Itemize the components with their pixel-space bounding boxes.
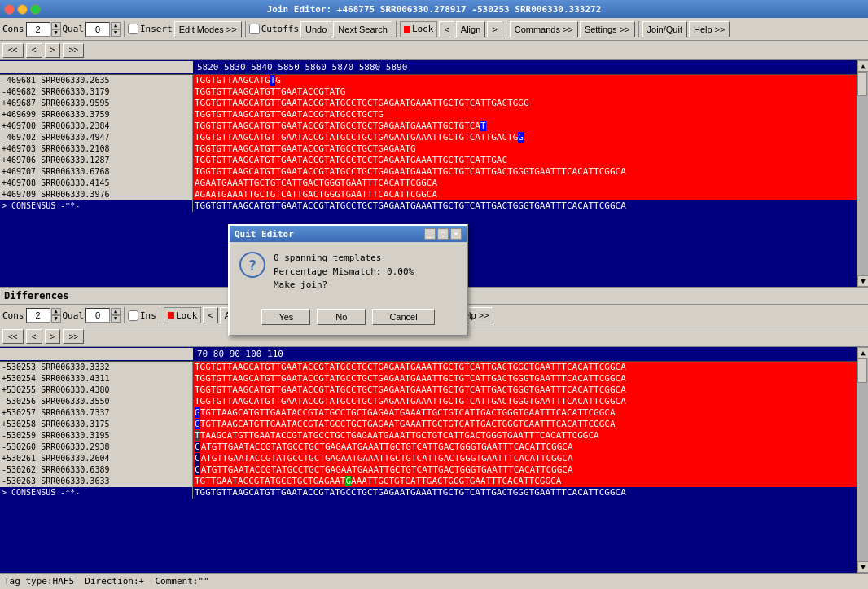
cons-up[interactable]: ▲: [51, 22, 61, 29]
close-button[interactable]: [4, 4, 15, 15]
nav2-next-next[interactable]: >>: [63, 329, 84, 344]
yes-button[interactable]: Yes: [261, 309, 310, 325]
join-quit-button[interactable]: Join/Quit: [642, 21, 687, 37]
seq-data[interactable]: TGGTGTTAAGCATGTTGAATACCGTATGCCTGCTGAGAAT…: [193, 373, 857, 385]
ins2-checkbox[interactable]: [128, 310, 138, 321]
qual-down[interactable]: ▼: [111, 29, 121, 37]
nav-prev[interactable]: <: [26, 43, 42, 58]
cutoffs-checkbox[interactable]: [249, 24, 260, 34]
seq-data[interactable]: TGGTGTTAAGCATGTG: [193, 75, 857, 86]
maximize-button[interactable]: [30, 4, 41, 15]
lock-button[interactable]: Lock: [400, 21, 438, 37]
dialog-maximize-btn[interactable]: □: [437, 228, 449, 240]
cons-down[interactable]: ▼: [51, 29, 61, 37]
seq-data[interactable]: TGGTGTTAAGCATGTTGAATACCGTATGCCTGCTGAGAAT…: [193, 132, 857, 143]
qual2-up[interactable]: ▲: [111, 308, 121, 315]
align-button[interactable]: Align: [456, 21, 485, 37]
dialog-title-buttons: _ □ ×: [424, 228, 462, 240]
scroll2-track[interactable]: [857, 358, 868, 562]
seq-info: -530259 SRR006330.3195: [0, 430, 193, 442]
seq-data[interactable]: CATGTTGAATACCGTATGCCTGCTGAGAATGAAATTGCTG…: [193, 442, 857, 453]
scroll2-up-btn[interactable]: ▲: [857, 347, 868, 358]
right-arrow-button[interactable]: >: [487, 21, 502, 37]
seq-data[interactable]: TTAAGCATGTTGAATACCGTATGCCTGCTGAGAATGAAAT…: [193, 430, 857, 442]
qual-input[interactable]: [85, 22, 110, 37]
help-button[interactable]: Help >>: [689, 21, 730, 37]
settings-button[interactable]: Settings >>: [580, 21, 635, 37]
upper-scrollbar[interactable]: ▲ ▼: [857, 60, 868, 287]
seq-data[interactable]: TGGTGTTAAGCATGTTGAATACCGTATGCCTGCTGAGAAT…: [193, 98, 857, 109]
next-search-button[interactable]: Next Search: [333, 21, 392, 37]
seq-data[interactable]: TGGTGTTAAGCATGTTGAATACCGTATGCCTGCTGAGAAT…: [193, 487, 857, 499]
quit-editor-dialog[interactable]: Quit Editor _ □ × ? 0 spanning templates…: [228, 224, 468, 336]
cons-spinner[interactable]: ▲ ▼: [26, 22, 61, 37]
seq-data[interactable]: TGGTGTTAAGCATGTTGAATACCGTATGCCTGCTGAGAAT…: [193, 396, 857, 407]
cancel-button[interactable]: Cancel: [372, 309, 434, 325]
scroll2-down-btn[interactable]: ▼: [857, 561, 868, 573]
seq-data[interactable]: GTGTTAAGCATGTTGAATACCGTATGCCTGCTGAGAATGA…: [193, 407, 857, 419]
seq-data[interactable]: CATGTTGAATACCGTATGCCTGCTGAGAATGAAATTGCTG…: [193, 453, 857, 464]
qual-up[interactable]: ▲: [111, 22, 121, 29]
no-button[interactable]: No: [317, 309, 366, 325]
left-arrow-button[interactable]: <: [439, 21, 454, 37]
table-row: +530258 SRR006330.3175 GTGTTAAGCATGTTGAA…: [0, 419, 857, 430]
seq-data[interactable]: TGGTGTTAAGCATGTTGAATACCGTATGCCTGCTGAGAAT…: [193, 362, 857, 373]
qual2-down[interactable]: ▼: [111, 315, 121, 323]
scroll-down-btn[interactable]: ▼: [857, 275, 868, 287]
qual2-input[interactable]: [85, 308, 110, 323]
ins2-checkbox-label[interactable]: Ins: [128, 310, 156, 321]
seq-info: +469708 SRR006330.4145: [0, 178, 193, 189]
commands-button[interactable]: Commands >>: [510, 21, 578, 37]
seq-data[interactable]: AGAATGAAATTGCTGTCATTGACTGGGTGAATTTCACATT…: [193, 178, 857, 189]
nav-next-next[interactable]: >>: [63, 43, 84, 58]
lock-icon: [404, 26, 410, 33]
scroll-up-btn[interactable]: ▲: [857, 60, 868, 72]
ruler2-values: 70 80 90 100 110: [193, 349, 283, 359]
seq-data[interactable]: TGGTGTTAAGCATGTTGAATACCGTATGCCTGCTGAGAAT…: [193, 166, 857, 178]
insert-label: Insert: [140, 24, 173, 34]
left2-arrow-button[interactable]: <: [203, 307, 217, 323]
scroll2-thumb[interactable]: [857, 358, 867, 383]
seq-data[interactable]: TGGTGTTAAGCATGTTGAATACCGTATGCCTGCTG: [193, 109, 857, 121]
qual2-spinner[interactable]: ▲ ▼: [85, 308, 121, 323]
lower-scrollbar[interactable]: ▲ ▼: [857, 347, 868, 574]
insert-checkbox[interactable]: [128, 24, 138, 34]
cons-input[interactable]: [26, 22, 50, 37]
lock-label: Lock: [412, 24, 434, 34]
scroll-track[interactable]: [857, 72, 868, 275]
seq-data[interactable]: TGGTGTTAAGCATGTTGAATACCGTATG: [193, 86, 857, 98]
seq-data[interactable]: TGGTGTTAAGCATGTTGAATACCGTATGCCTGCTGAGAAT…: [193, 155, 857, 166]
nav2-next[interactable]: >: [45, 329, 61, 344]
dialog-icon-text: ?: [248, 257, 257, 274]
nav-prev-prev[interactable]: <<: [2, 43, 24, 58]
edit-modes-button[interactable]: Edit Modes >>: [174, 21, 242, 37]
upper-toolbar: Cons ▲ ▼ Qual ▲ ▼ Insert Edit Modes >> C…: [0, 18, 868, 41]
nav-next[interactable]: >: [45, 43, 61, 58]
nav2-prev[interactable]: <: [26, 329, 42, 344]
lock2-button[interactable]: Lock: [164, 307, 202, 323]
seq-data[interactable]: TGGTGTTAAGCATGTTGAATACCGTATGCCTGCTGAGAAT…: [193, 121, 857, 132]
nav2-prev-prev[interactable]: <<: [2, 329, 24, 344]
seq-data[interactable]: AGAATGAAATTGCTGTCATTGACTGGGTGAATTTCACATT…: [193, 189, 857, 200]
dialog-minimize-btn[interactable]: _: [424, 228, 436, 240]
scroll-thumb[interactable]: [857, 72, 867, 96]
lower-seq-rows[interactable]: -530253 SRR006330.3332 TGGTGTTAAGCATGTTG…: [0, 362, 857, 574]
minimize-button[interactable]: [17, 4, 28, 15]
insert-checkbox-label[interactable]: Insert: [128, 24, 173, 34]
seq-data[interactable]: TGTTGAATACCGTATGCCTGCTGAGAATGAAATTGCTGTC…: [193, 476, 857, 487]
qual-spinner[interactable]: ▲ ▼: [85, 22, 121, 37]
dialog-close-btn[interactable]: ×: [450, 228, 462, 240]
cons2-spinner[interactable]: ▲ ▼: [26, 308, 61, 323]
seq-data[interactable]: CATGTTGAATACCGTATGCCTGCTGAGAATGAAATTGCTG…: [193, 464, 857, 476]
seq-data[interactable]: TGGTGTTAAGCATGTTGAATACCGTATGCCTGCTGAGAAT…: [193, 143, 857, 155]
cutoffs-checkbox-label[interactable]: Cutoffs: [249, 24, 299, 34]
ruler2-spacer: [0, 348, 193, 360]
cons2-input[interactable]: [26, 308, 50, 323]
undo-button[interactable]: Undo: [300, 21, 331, 37]
cons2-up[interactable]: ▲: [51, 308, 61, 315]
seq-data[interactable]: TGGTGTTAAGCATGTTGAATACCGTATGCCTGCTGAGAAT…: [193, 200, 857, 212]
cons2-down[interactable]: ▼: [51, 315, 61, 323]
seq-data[interactable]: TGGTGTTAAGCATGTTGAATACCGTATGCCTGCTGAGAAT…: [193, 385, 857, 396]
seq-data[interactable]: GTGTTAAGCATGTTGAATACCGTATGCCTGCTGAGAATGA…: [193, 419, 857, 430]
cutoffs-label: Cutoffs: [261, 24, 299, 34]
